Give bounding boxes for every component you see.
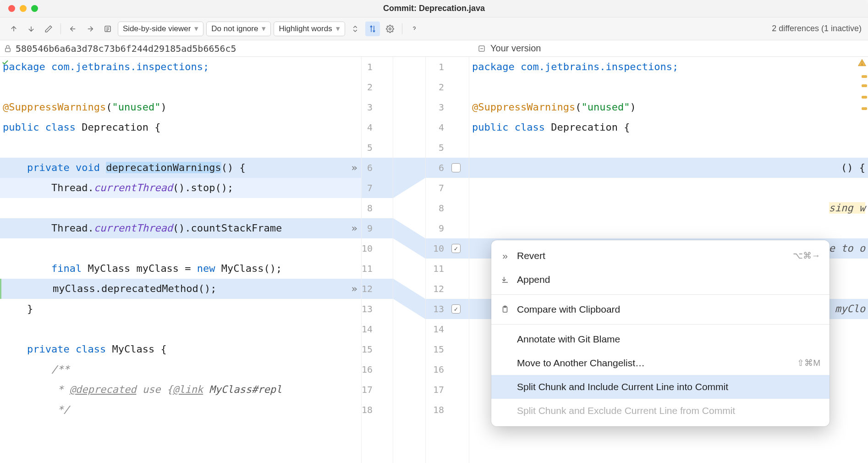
code-line: @SuppressWarnings("unused") [0,97,347,117]
svg-point-1 [389,28,391,30]
apply-chunk-button[interactable]: » [347,279,361,299]
next-diff-button[interactable] [24,22,38,36]
code-line: Thread.currentThread().countStackFrame [0,218,347,238]
line-gutter: 1 2 3 4 5 6 7 8 9 10 11 12 13 14 15 16 1… [361,57,393,463]
left-revision-label: 580546b6a6a3d78c73b6f244d29185ad5b6656c5 [16,43,236,54]
ignore-mode-label: Do not ignore [211,24,258,33]
code-line [469,178,868,198]
include-line-checkbox[interactable] [451,163,461,172]
menu-split-include[interactable]: Split Chunk and Include Current Line int… [491,375,830,399]
status-ok-icon [1,58,9,66]
menu-separator [491,294,830,295]
prev-diff-button[interactable] [6,22,21,36]
diff-count-label: 2 differences (1 inactive) [772,24,862,33]
code-line: package com.jetbrains.inspections; [0,57,347,77]
diff-splitter [393,57,425,463]
svg-rect-5 [862,64,863,65]
menu-annotate[interactable]: Annotate with Git Blame [491,327,830,351]
code-line: () { [469,158,868,178]
menu-revert[interactable]: » Revert ⌥⌘→ [491,244,830,268]
diff-toolbar: Side-by-side viewer ▾ Do not ignore ▾ Hi… [0,17,868,40]
code-line: } [0,299,347,319]
settings-button[interactable] [383,22,397,36]
code-line [469,77,868,97]
clipboard-icon [500,305,511,314]
highlight-mode-label: Highlight words [279,24,332,33]
menu-separator [491,324,830,325]
apply-chunk-button[interactable]: » [347,218,361,238]
titlebar: Commit: Deprecation.java [0,0,868,17]
diff-window: Commit: Deprecation.java Side-by-side vi… [0,0,868,463]
include-line-checkbox[interactable]: ✓ [451,304,461,314]
sync-scroll-button[interactable] [365,22,380,36]
viewer-mode-dropdown[interactable]: Side-by-side viewer ▾ [118,22,203,36]
code-line: myClass.deprecatedMethod(); [0,279,347,299]
svg-rect-2 [5,48,11,52]
right-revision-label: Your version [490,43,541,54]
code-line: public class Deprecation { [469,117,868,138]
highlight-mode-dropdown[interactable]: Highlight words ▾ [274,22,345,36]
shortcut-label: ⇧⌘M [797,353,820,373]
code-line: sing w [469,198,868,218]
code-line [0,77,347,97]
apply-chevron-column: » » » [347,57,361,463]
chevron-down-icon: ▾ [262,24,266,33]
window-title: Commit: Deprecation.java [0,4,868,13]
apply-chunk-button[interactable]: » [347,158,361,178]
menu-compare-clipboard[interactable]: Compare with Clipboard [491,298,830,321]
separator [402,23,402,34]
file-list-button[interactable] [100,22,115,36]
code-line [0,198,347,218]
include-line-checkbox[interactable]: ✓ [451,244,461,253]
code-line: @SuppressWarnings("unused") [469,97,868,117]
menu-move-changelist[interactable]: Move to Another Changelist… ⇧⌘M [491,351,830,375]
chevron-down-icon: ▾ [336,24,340,33]
code-line: package com.jetbrains.inspections; [469,57,868,77]
code-line: */ [0,400,347,420]
nav-forward-button[interactable] [83,22,98,36]
help-button[interactable] [407,22,422,36]
svg-rect-4 [862,62,863,64]
context-menu: » Revert ⌥⌘→ Append Compare with Clipboa… [491,240,830,426]
code-line: * @deprecated use {@link MyClass#repl [0,380,347,400]
separator [60,23,61,34]
code-line: public class Deprecation { [0,117,347,138]
nav-back-button[interactable] [66,22,80,36]
code-line: private void deprecationWarnings() { [0,158,347,178]
chevron-down-icon: ▾ [194,24,198,33]
ignore-mode-dropdown[interactable]: Do not ignore ▾ [206,22,271,36]
code-line [0,138,347,158]
menu-split-exclude: Split Chunk and Exclude Current Line fro… [491,399,830,423]
code-line: private class MyClass { [0,339,347,359]
code-line [0,319,347,339]
lock-icon [4,44,12,53]
code-line: /** [0,359,347,380]
line-gutter-right: 1 2 3 4 5 6 7 8 9 10✓ 11 12 13✓ 14 15 16… [425,57,469,463]
diff-area: package com.jetbrains.inspections; @Supp… [0,57,868,463]
viewer-mode-label: Side-by-side viewer [123,24,191,33]
code-line [469,218,868,238]
revert-icon: » [500,246,511,266]
warning-icon [857,58,867,67]
edit-button[interactable] [41,22,56,36]
append-icon [500,276,511,284]
left-code-pane[interactable]: package com.jetbrains.inspections; @Supp… [0,57,347,463]
collapse-icon[interactable] [478,44,486,53]
shortcut-label: ⌥⌘→ [793,246,820,266]
menu-append[interactable]: Append [491,268,830,292]
code-line: Thread.currentThread().stop(); [0,178,347,198]
code-line [469,138,868,158]
code-line: final MyClass myClass = new MyClass(); [0,259,347,279]
code-line [0,238,347,259]
file-headers: 580546b6a6a3d78c73b6f244d29185ad5b6656c5… [0,40,868,57]
collapse-unchanged-button[interactable] [348,22,363,36]
